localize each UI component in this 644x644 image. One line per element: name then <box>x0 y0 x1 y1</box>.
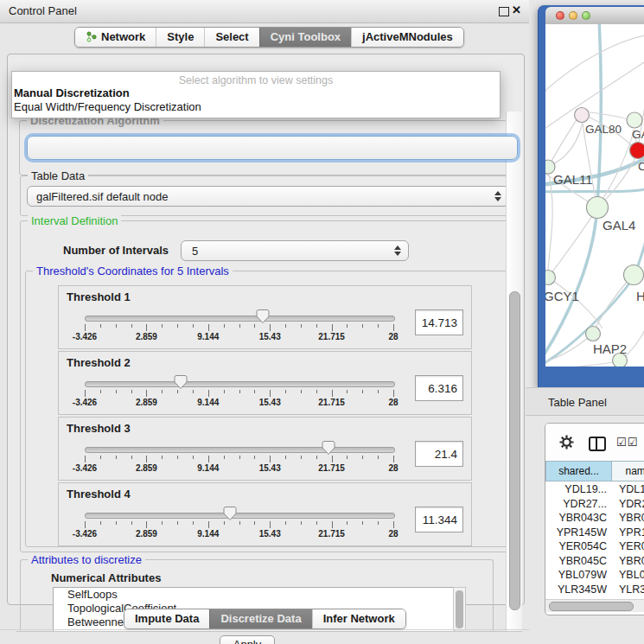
network-edge <box>590 112 628 119</box>
threshold-label: Threshold 2 <box>67 356 131 369</box>
cell-shared-name[interactable]: YPR145W <box>545 526 612 540</box>
attributes-scrollbar[interactable] <box>453 587 466 630</box>
close-icon[interactable]: ✕ <box>512 3 521 16</box>
cell-shared-name[interactable]: YLR345W <box>545 583 612 597</box>
cell-name[interactable]: YLR345W <box>612 583 644 597</box>
slider-thumb[interactable] <box>174 374 188 390</box>
table-row[interactable]: YLR345WYLR345W <box>545 583 644 597</box>
tab-impute-data[interactable]: Impute Data <box>124 609 209 628</box>
cell-shared-name[interactable]: YDL19... <box>545 482 612 497</box>
threshold-1-panel: Threshold 1 -3.4262.8599.14415.4321.7152… <box>58 285 472 349</box>
cell-name[interactable]: YBR045C <box>612 554 644 569</box>
threshold-value-field[interactable]: 21.4 <box>415 441 463 467</box>
threshold-value-field[interactable]: 14.713 <box>415 309 463 335</box>
slider-track[interactable] <box>85 447 395 453</box>
slider-thumb[interactable] <box>256 309 270 324</box>
tab-label: jActiveMNodules <box>362 30 453 43</box>
cell-shared-name[interactable]: YBR043C <box>545 511 612 526</box>
column-layout-icon[interactable] <box>589 437 606 451</box>
tab-discretize-data[interactable]: Discretize Data <box>209 609 311 628</box>
slider-thumb[interactable] <box>223 506 237 521</box>
network-edge <box>548 117 578 168</box>
bottom-tab-bar: Impute DataDiscretize DataInfer Network <box>124 609 406 629</box>
table-row[interactable]: YDL19...YDL19 <box>545 482 644 497</box>
tab-label: Discretize Data <box>220 612 301 625</box>
float-window-icon[interactable] <box>499 7 509 16</box>
network-node[interactable] <box>586 327 601 341</box>
column-header-name[interactable]: name <box>612 461 644 481</box>
tab-cyni-toolbox[interactable]: Cyni Toolbox <box>259 28 351 47</box>
table-data-combobox[interactable]: galFiltered.sif default node <box>27 186 509 207</box>
threshold-value-field[interactable]: 11.344 <box>415 507 463 532</box>
gear-icon[interactable] <box>559 435 574 452</box>
network-view-window[interactable]: GAL80GALCGAL11GAL4GCY1HHAP2 <box>538 5 644 387</box>
cell-name[interactable]: YBR043C <box>612 511 644 526</box>
algorithm-combobox[interactable] <box>27 136 518 160</box>
cell-name[interactable]: YDR27 <box>612 497 644 512</box>
minimize-traffic-light[interactable] <box>569 11 577 20</box>
panel-scrollbar[interactable] <box>506 112 522 631</box>
interval-definition-title: Interval Definition <box>28 214 121 227</box>
combo-stepper-icon <box>494 191 501 201</box>
table-hscrollbar-thumb[interactable] <box>549 602 634 611</box>
network-node[interactable] <box>575 108 590 123</box>
viewport-divider <box>16 631 522 632</box>
select-columns-icon[interactable]: ☑☑ <box>616 436 638 449</box>
algorithm-hint-option[interactable]: Select algorithm to view settings <box>12 74 500 86</box>
node-label-gal4: GAL4 <box>603 218 635 233</box>
algorithm-option-equal-width[interactable]: Equal Width/Frequency Discretization <box>12 100 500 114</box>
slider-track[interactable] <box>85 316 395 322</box>
attribute-item-selfloops[interactable]: SelfLoops <box>54 588 454 602</box>
tab-jactivemnodules[interactable]: jActiveMNodules <box>351 28 463 47</box>
network-node[interactable] <box>545 271 556 285</box>
attributes-scrollbar-thumb[interactable] <box>456 590 463 628</box>
slider-track[interactable] <box>85 381 395 387</box>
network-icon <box>86 31 97 42</box>
tab-label: Network <box>101 30 145 43</box>
threshold-value-field[interactable]: 6.316 <box>415 375 463 401</box>
network-canvas[interactable]: GAL80GALCGAL11GAL4GCY1HHAP2 <box>545 24 644 367</box>
apply-button[interactable]: Apply <box>220 635 275 644</box>
slider-tick-labels: -3.4262.8599.14415.4321.71528 <box>85 398 393 408</box>
node-label-h: H <box>636 289 644 303</box>
table-header-row: shared... name <box>545 461 644 481</box>
network-node[interactable] <box>624 265 644 285</box>
cell-name[interactable]: YDL19 <box>612 482 644 497</box>
cell-name[interactable]: YBL079W <box>612 568 644 583</box>
network-node[interactable] <box>630 143 644 159</box>
table-row[interactable]: YBR045CYBR045C <box>545 554 644 569</box>
screen: { "control_panel": { "title": "Control P… <box>0 0 644 644</box>
table-row[interactable]: YBR043CYBR043C <box>545 511 644 526</box>
table-hscrollbar[interactable] <box>545 599 644 612</box>
cell-shared-name[interactable]: YDR27... <box>545 497 612 512</box>
table-row[interactable]: YER054CYER054C <box>545 539 644 554</box>
tab-select[interactable]: Select <box>204 28 258 47</box>
numerical-attributes-label: Numerical Attributes <box>51 571 161 584</box>
cell-shared-name[interactable]: YER054C <box>545 539 612 554</box>
cell-name[interactable]: YER054C <box>612 539 644 554</box>
algorithm-option-manual[interactable]: Manual Discretization <box>12 86 500 100</box>
cell-name[interactable]: YPR145W <box>612 526 644 540</box>
table-row[interactable]: YDR27...YDR27 <box>545 497 644 512</box>
table-row[interactable]: YBL079WYBL079W <box>545 568 644 583</box>
tab-infer-network[interactable]: Infer Network <box>312 609 405 628</box>
node-table: ☑☑ shared... name YDL19...YDL19YDR27...Y… <box>545 423 644 615</box>
cell-shared-name[interactable]: YBL079W <box>545 568 612 583</box>
cell-shared-name[interactable]: YBR045C <box>545 554 612 569</box>
number-of-intervals-combobox[interactable]: 5 <box>181 240 409 261</box>
zoom-traffic-light[interactable] <box>582 11 590 20</box>
network-node[interactable] <box>627 112 642 128</box>
node-label-hap2: HAP2 <box>593 341 627 356</box>
table-row[interactable]: YPR145WYPR145W <box>545 526 644 540</box>
slider-track[interactable] <box>85 513 395 519</box>
close-traffic-light[interactable] <box>556 11 564 20</box>
tab-style[interactable]: Style <box>156 28 204 47</box>
network-node[interactable] <box>587 197 609 219</box>
panel-scrollbar-thumb[interactable] <box>509 291 520 610</box>
column-header-shared-name[interactable]: shared... <box>545 461 612 481</box>
tab-network[interactable]: Network <box>75 28 156 47</box>
slider-thumb[interactable] <box>322 440 335 456</box>
network-window-titlebar[interactable] <box>545 7 644 25</box>
network-graph: GAL80GALCGAL11GAL4GCY1HHAP2 <box>545 24 644 367</box>
threshold-label: Threshold 3 <box>67 422 131 435</box>
